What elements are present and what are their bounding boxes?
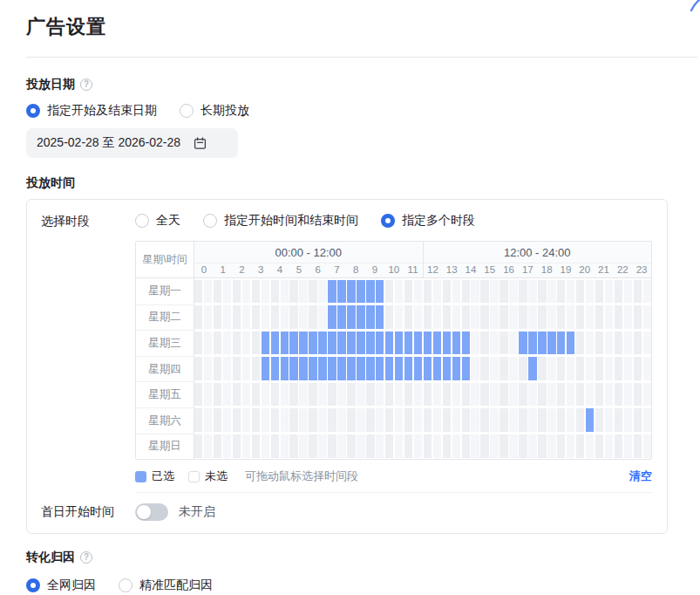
- time-cell[interactable]: [194, 332, 202, 355]
- date-range-input[interactable]: 2025-02-28 至 2026-02-28: [26, 128, 238, 158]
- time-cell[interactable]: [214, 305, 221, 329]
- time-cell[interactable]: [271, 434, 279, 458]
- time-cell[interactable]: [624, 332, 632, 355]
- time-cell[interactable]: [547, 332, 555, 355]
- time-cell[interactable]: [233, 332, 241, 355]
- time-cell[interactable]: [424, 280, 432, 304]
- radio-selected-icon[interactable]: [381, 214, 395, 228]
- time-cell[interactable]: [452, 357, 460, 380]
- time-cell[interactable]: [281, 280, 289, 304]
- time-cell[interactable]: [595, 434, 603, 458]
- time-cell[interactable]: [414, 357, 422, 380]
- time-cell[interactable]: [443, 434, 451, 458]
- time-cell[interactable]: [281, 408, 289, 432]
- time-cell[interactable]: [337, 305, 345, 329]
- time-cell[interactable]: [271, 280, 279, 304]
- time-cell[interactable]: [347, 305, 355, 329]
- time-cell[interactable]: [615, 383, 622, 407]
- time-cell[interactable]: [385, 332, 393, 355]
- time-cell[interactable]: [252, 357, 260, 380]
- time-cell[interactable]: [385, 383, 393, 407]
- time-cell[interactable]: [289, 280, 297, 304]
- time-cell[interactable]: [252, 332, 260, 355]
- time-cell[interactable]: [567, 408, 574, 432]
- time-cell[interactable]: [376, 383, 384, 407]
- time-cell[interactable]: [223, 332, 231, 355]
- time-cell[interactable]: [433, 357, 441, 380]
- time-cell[interactable]: [242, 332, 250, 355]
- help-icon[interactable]: ?: [80, 79, 92, 91]
- time-cell[interactable]: [576, 357, 584, 380]
- time-cell[interactable]: [328, 332, 336, 355]
- time-cell[interactable]: [404, 305, 412, 329]
- time-cell[interactable]: [233, 280, 241, 304]
- time-cell[interactable]: [500, 305, 507, 329]
- time-cell[interactable]: [337, 280, 345, 304]
- time-cell[interactable]: [480, 305, 488, 329]
- time-cell[interactable]: [576, 434, 584, 458]
- time-cell[interactable]: [624, 357, 632, 380]
- time-cell[interactable]: [557, 305, 565, 329]
- time-cell[interactable]: [233, 357, 241, 380]
- time-cell[interactable]: [223, 280, 231, 304]
- radio-option[interactable]: 指定开始及结束日期: [26, 103, 157, 119]
- time-cell[interactable]: [500, 434, 507, 458]
- time-cell[interactable]: [309, 305, 316, 329]
- time-cell[interactable]: [328, 305, 336, 329]
- time-cell[interactable]: [509, 280, 517, 304]
- time-cell[interactable]: [519, 357, 527, 380]
- time-cell[interactable]: [262, 408, 269, 432]
- time-cell[interactable]: [357, 332, 364, 355]
- time-cell[interactable]: [443, 332, 451, 355]
- time-cell[interactable]: [347, 332, 355, 355]
- time-cell[interactable]: [214, 357, 221, 380]
- time-cell[interactable]: [299, 383, 307, 407]
- time-cell[interactable]: [309, 280, 316, 304]
- time-cell[interactable]: [547, 357, 555, 380]
- time-cell[interactable]: [281, 357, 289, 380]
- time-cell[interactable]: [424, 408, 432, 432]
- time-cell[interactable]: [194, 408, 202, 432]
- time-cell[interactable]: [547, 280, 555, 304]
- time-cell[interactable]: [318, 280, 326, 304]
- time-cell[interactable]: [643, 383, 651, 407]
- time-cell[interactable]: [643, 408, 651, 432]
- time-cell[interactable]: [557, 408, 565, 432]
- time-cell[interactable]: [490, 408, 498, 432]
- time-cell[interactable]: [576, 408, 584, 432]
- time-cell[interactable]: [452, 434, 460, 458]
- time-cell[interactable]: [271, 408, 279, 432]
- time-cell[interactable]: [404, 332, 412, 355]
- time-cell[interactable]: [557, 434, 565, 458]
- time-cell[interactable]: [519, 280, 527, 304]
- time-cell[interactable]: [204, 434, 212, 458]
- radio-unselected-icon[interactable]: [203, 214, 217, 228]
- radio-option[interactable]: 指定开始时间和结束时间: [203, 213, 358, 229]
- time-cell[interactable]: [490, 305, 498, 329]
- time-cell[interactable]: [586, 357, 594, 380]
- time-cell[interactable]: [595, 305, 603, 329]
- time-cell[interactable]: [404, 280, 412, 304]
- time-cell[interactable]: [299, 280, 307, 304]
- time-cell[interactable]: [414, 383, 422, 407]
- time-cell[interactable]: [204, 332, 212, 355]
- time-cell[interactable]: [289, 357, 297, 380]
- time-cell[interactable]: [233, 434, 241, 458]
- time-cell[interactable]: [490, 357, 498, 380]
- time-cell[interactable]: [538, 408, 546, 432]
- time-cell[interactable]: [376, 434, 384, 458]
- time-cell[interactable]: [271, 332, 279, 355]
- time-cell[interactable]: [366, 383, 374, 407]
- time-cell[interactable]: [347, 434, 355, 458]
- time-cell[interactable]: [615, 280, 622, 304]
- time-cell[interactable]: [634, 383, 642, 407]
- time-cell[interactable]: [452, 332, 460, 355]
- time-cell[interactable]: [404, 434, 412, 458]
- time-cell[interactable]: [424, 383, 432, 407]
- time-cell[interactable]: [471, 383, 479, 407]
- time-cell[interactable]: [242, 305, 250, 329]
- time-cell[interactable]: [462, 305, 470, 329]
- time-cell[interactable]: [376, 332, 384, 355]
- time-cell[interactable]: [433, 332, 441, 355]
- time-cell[interactable]: [462, 280, 470, 304]
